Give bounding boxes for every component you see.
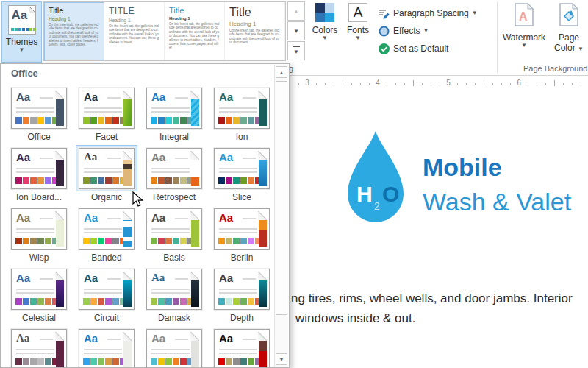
themes-dropdown-header: Office bbox=[11, 68, 38, 79]
document-text-line1: ng tires, rims, wheel wells, and door ja… bbox=[291, 291, 573, 306]
paragraph-spacing-button[interactable]: Paragraph Spacing ▼ bbox=[378, 4, 478, 22]
ruler-tick bbox=[360, 83, 361, 85]
scrollbar-thumb[interactable] bbox=[276, 81, 287, 315]
theme-thumbnail: Aa bbox=[79, 208, 135, 250]
style-card-3[interactable]: TitleHeading 1On the Insert tab, the gal… bbox=[165, 2, 225, 60]
theme-thumbnail-frame: Aa bbox=[211, 205, 273, 252]
theme-item-organic[interactable]: AaOrganic bbox=[73, 142, 140, 202]
theme-aa-sample: Aa bbox=[151, 272, 165, 283]
theme-item-ion-board[interactable]: AaIon Board... bbox=[5, 142, 73, 202]
theme-item-damask[interactable]: AaDamask bbox=[140, 263, 208, 323]
style-card-4[interactable]: TitleHeading 1On the Insert tab, the gal… bbox=[225, 2, 285, 60]
theme-label: Berlin bbox=[231, 252, 254, 263]
effects-label: Effects bbox=[393, 26, 420, 36]
theme-color-swatches bbox=[218, 298, 262, 305]
themes-button[interactable]: Aa Themes ▼ bbox=[1, 1, 42, 63]
style-gallery: TitleHeading 1On the Insert tab, the gal… bbox=[43, 1, 286, 61]
colors-button-label: Colors bbox=[312, 25, 338, 35]
ruler[interactable]: 3456 bbox=[291, 77, 588, 90]
theme-item[interactable]: Aa bbox=[140, 323, 208, 368]
theme-aa-sample: Aa bbox=[219, 333, 233, 344]
set-as-default-button[interactable]: Set as Default bbox=[378, 40, 478, 57]
document-page[interactable]: H 2 O Mobile Wash & Valet ng tires, rims… bbox=[290, 90, 588, 368]
theme-item[interactable]: Aa bbox=[73, 323, 140, 368]
theme-item-integral[interactable]: AaIntegral bbox=[140, 82, 208, 142]
theme-item-office[interactable]: AaOffice bbox=[5, 82, 73, 142]
theme-thumbnail: Aa bbox=[79, 148, 135, 189]
page-curl-icon bbox=[258, 91, 267, 99]
theme-thumbnail-frame: Aa bbox=[143, 85, 205, 131]
theme-thumbnail-frame: Aa bbox=[211, 85, 273, 131]
theme-item-basis[interactable]: AaBasis bbox=[140, 202, 208, 263]
gallery-more-button[interactable]: ▼ bbox=[287, 41, 305, 60]
theme-item-banded[interactable]: AaBanded bbox=[73, 202, 140, 263]
theme-thumbnail: Aa bbox=[214, 208, 270, 250]
ruler-tick bbox=[466, 83, 467, 85]
theme-thumbnail: Aa bbox=[214, 269, 270, 310]
theme-item-celestial[interactable]: AaCelestial bbox=[5, 263, 73, 323]
ruler-tick bbox=[369, 83, 370, 85]
theme-color-swatches bbox=[151, 117, 194, 124]
svg-text:2: 2 bbox=[374, 200, 380, 212]
page-curl-icon bbox=[123, 211, 132, 220]
theme-thumbnail: Aa bbox=[214, 329, 270, 368]
group-separator bbox=[497, 2, 498, 73]
style-card-title: TITLE bbox=[109, 6, 159, 16]
theme-item-ion[interactable]: AaIon bbox=[208, 82, 276, 142]
theme-thumbnail: Aa bbox=[214, 148, 270, 189]
page-curl-icon bbox=[55, 91, 64, 99]
colors-button[interactable]: Colors ▼ bbox=[309, 3, 341, 41]
page-curl-icon bbox=[190, 332, 199, 341]
scroll-down-button[interactable]: ▼ bbox=[276, 353, 287, 365]
ruler-tick bbox=[316, 83, 317, 85]
chevron-down-icon: ▼ bbox=[578, 46, 584, 52]
themes-dropdown: Office AaOfficeAaFacetAaIntegralAaIonAaI… bbox=[0, 63, 290, 368]
theme-color-swatches bbox=[151, 358, 194, 365]
theme-thumbnail-frame: Aa bbox=[211, 266, 273, 312]
theme-label: Ion bbox=[236, 132, 248, 142]
theme-item-facet[interactable]: AaFacet bbox=[73, 82, 140, 142]
gallery-scroll-down-button[interactable]: ▼ bbox=[287, 21, 305, 40]
gallery-scroll-up-button[interactable]: ▲ bbox=[287, 1, 305, 21]
theme-aa-sample: Aa bbox=[16, 333, 29, 344]
ruler-tick bbox=[395, 83, 396, 85]
theme-thumbnail: Aa bbox=[11, 329, 67, 368]
watermark-button[interactable]: A Watermark ▼ bbox=[503, 3, 545, 49]
watermark-icon: A bbox=[514, 3, 534, 29]
theme-item-berlin[interactable]: AaBerlin bbox=[208, 202, 276, 263]
theme-label: Ion Board... bbox=[16, 192, 62, 202]
theme-color-swatches bbox=[151, 238, 194, 244]
theme-item-circuit[interactable]: AaCircuit bbox=[73, 263, 140, 323]
theme-color-swatches bbox=[83, 117, 126, 124]
theme-item-slice[interactable]: AaSlice bbox=[208, 142, 276, 202]
scroll-up-button[interactable]: ▲ bbox=[276, 66, 287, 78]
set-as-default-label: Set as Default bbox=[393, 43, 448, 54]
theme-aa-sample: Aa bbox=[84, 91, 98, 102]
logo-text-mobile: Mobile bbox=[423, 153, 502, 182]
page-color-button[interactable]: Page Color ▼ bbox=[550, 3, 588, 53]
theme-aa-sample: Aa bbox=[16, 152, 30, 163]
effects-button[interactable]: Effects ▼ bbox=[378, 22, 478, 40]
theme-item-retrospect[interactable]: AaRetrospect bbox=[140, 142, 208, 202]
page-curl-icon bbox=[55, 151, 64, 160]
style-card-1[interactable]: TitleHeading 1On the Insert tab, the gal… bbox=[44, 2, 104, 60]
theme-thumbnail-frame: Aa bbox=[143, 266, 205, 312]
dropdown-scrollbar[interactable]: ▲ ▼ bbox=[274, 65, 288, 367]
style-card-2[interactable]: TITLEHeading 1On the Insert tab, the gal… bbox=[104, 2, 165, 60]
svg-text:O: O bbox=[382, 182, 399, 206]
theme-item[interactable]: Aa bbox=[5, 323, 73, 368]
page-curl-icon bbox=[190, 272, 199, 280]
page-curl-icon bbox=[55, 332, 64, 341]
logo-text-wash-valet: Wash & Valet bbox=[423, 188, 571, 216]
theme-color-swatches bbox=[15, 177, 59, 184]
theme-item-wisp[interactable]: AaWisp bbox=[5, 202, 73, 263]
fonts-button[interactable]: A Fonts ▼ bbox=[343, 3, 373, 41]
theme-item-depth[interactable]: AaDepth bbox=[208, 263, 276, 323]
theme-label: Office bbox=[27, 132, 50, 142]
page-curl-icon bbox=[123, 91, 132, 99]
fonts-icon: A bbox=[348, 3, 368, 22]
theme-thumbnail: Aa bbox=[11, 269, 67, 310]
ruler-tick bbox=[351, 83, 352, 85]
style-card-body: On the Insert tab, the galleries include… bbox=[169, 22, 220, 50]
theme-item[interactable]: Aa bbox=[208, 323, 276, 368]
